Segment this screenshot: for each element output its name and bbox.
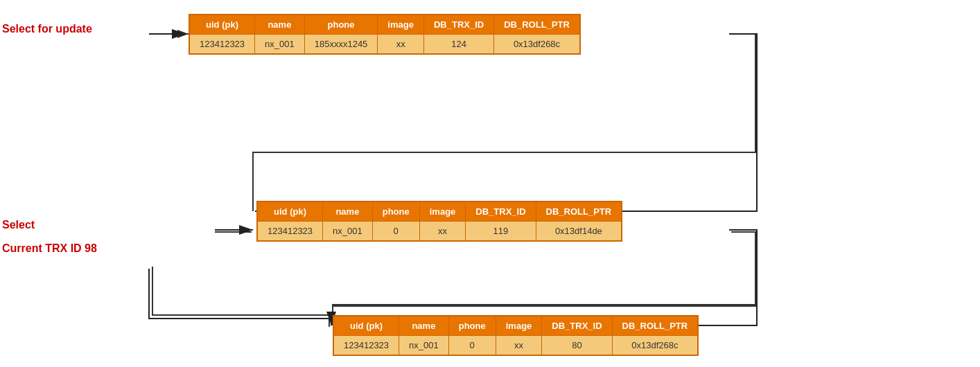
connectors-svg <box>0 0 980 367</box>
cell-name-3: nx_001 <box>399 336 449 356</box>
cell-rollptr-2: 0x13df14de <box>536 222 622 242</box>
cell-uid-1: 123412323 <box>189 35 255 55</box>
col-name-2: name <box>323 202 373 222</box>
cell-phone-2: 0 <box>372 222 419 242</box>
col-image-1: image <box>378 15 424 35</box>
col-uid-1: uid (pk) <box>189 15 255 35</box>
cell-image-3: xx <box>496 336 542 356</box>
cell-name-2: nx_001 <box>323 222 373 242</box>
cell-uid-2: 123412323 <box>257 222 323 242</box>
col-image-3: image <box>496 316 542 336</box>
table-3: uid (pk) name phone image DB_TRX_ID DB_R… <box>333 315 699 356</box>
col-trxid-3: DB_TRX_ID <box>542 316 612 336</box>
col-rollptr-1: DB_ROLL_PTR <box>494 15 580 35</box>
col-phone-2: phone <box>372 202 419 222</box>
table-1: uid (pk) name phone image DB_TRX_ID DB_R… <box>189 14 581 55</box>
table-row: 123412323 nx_001 185xxxx1245 xx 124 0x13… <box>189 35 580 55</box>
col-rollptr-3: DB_ROLL_PTR <box>612 316 698 336</box>
col-image-2: image <box>419 202 466 222</box>
cell-rollptr-3: 0x13df268c <box>612 336 698 356</box>
col-uid-2: uid (pk) <box>257 202 323 222</box>
col-trxid-2: DB_TRX_ID <box>466 202 536 222</box>
cell-rollptr-1: 0x13df268c <box>494 35 580 55</box>
cell-image-1: xx <box>378 35 424 55</box>
cell-name-1: nx_001 <box>255 35 305 55</box>
cell-trxid-3: 80 <box>542 336 612 356</box>
cell-trxid-1: 124 <box>423 35 493 55</box>
current-trx-label: Current TRX ID 98 <box>2 242 97 255</box>
diagram-container: Select for update uid (pk) name phone im… <box>0 0 980 367</box>
table-row: 123412323 nx_001 0 xx 80 0x13df268c <box>333 336 698 356</box>
cell-trxid-2: 119 <box>466 222 536 242</box>
table-row: 123412323 nx_001 0 xx 119 0x13df14de <box>257 222 622 242</box>
cell-phone-1: 185xxxx1245 <box>304 35 378 55</box>
col-rollptr-2: DB_ROLL_PTR <box>536 202 622 222</box>
col-trxid-1: DB_TRX_ID <box>423 15 493 35</box>
cell-phone-3: 0 <box>448 336 496 356</box>
select-for-update-label: Select for update <box>2 23 92 35</box>
cell-uid-3: 123412323 <box>333 336 399 356</box>
col-name-3: name <box>399 316 449 336</box>
col-phone-3: phone <box>448 316 496 336</box>
table-2: uid (pk) name phone image DB_TRX_ID DB_R… <box>256 201 622 242</box>
select-label: Select <box>2 219 35 231</box>
col-uid-3: uid (pk) <box>333 316 399 336</box>
cell-image-2: xx <box>419 222 466 242</box>
col-name-1: name <box>255 15 305 35</box>
connectors-arrows-svg <box>0 0 980 367</box>
col-phone-1: phone <box>304 15 378 35</box>
